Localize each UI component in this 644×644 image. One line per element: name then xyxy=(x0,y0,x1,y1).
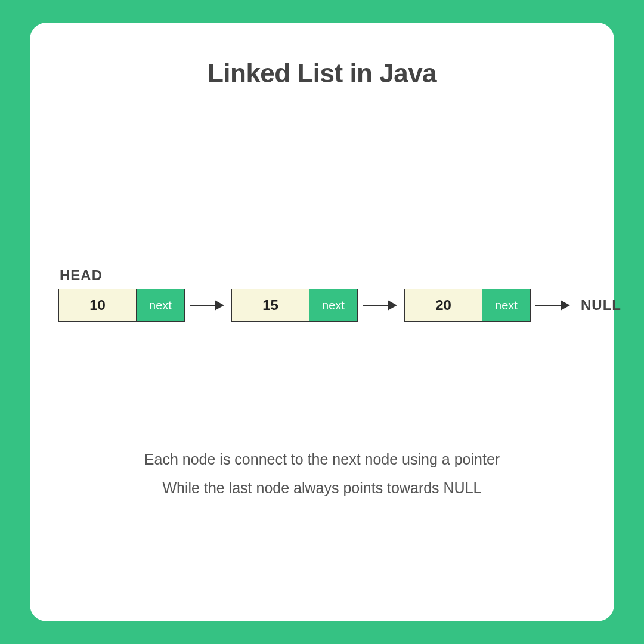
node-value: 10 xyxy=(59,289,137,321)
list-node: 15 next xyxy=(231,289,358,322)
list-node: 20 next xyxy=(404,289,531,322)
arrow-icon xyxy=(363,300,397,311)
node-next-pointer: next xyxy=(137,289,184,321)
caption-line-1: Each node is connect to the next node us… xyxy=(30,445,614,474)
head-label: HEAD xyxy=(60,267,586,284)
diagram-title: Linked List in Java xyxy=(48,58,596,88)
node-next-pointer: next xyxy=(309,289,357,321)
node-value: 20 xyxy=(405,289,482,321)
diagram-card: Linked List in Java HEAD 10 next 15 next… xyxy=(30,23,614,621)
linked-list-diagram: HEAD 10 next 15 next 20 next xyxy=(58,267,586,322)
arrow-icon xyxy=(190,300,224,311)
node-value: 15 xyxy=(232,289,309,321)
linked-list-row: 10 next 15 next 20 next xyxy=(58,289,586,322)
null-label: NULL xyxy=(581,297,621,314)
arrow-icon xyxy=(535,300,570,311)
list-node: 10 next xyxy=(58,289,185,322)
caption-line-2: While the last node always points toward… xyxy=(30,474,614,503)
diagram-caption: Each node is connect to the next node us… xyxy=(30,445,614,502)
node-next-pointer: next xyxy=(482,289,530,321)
